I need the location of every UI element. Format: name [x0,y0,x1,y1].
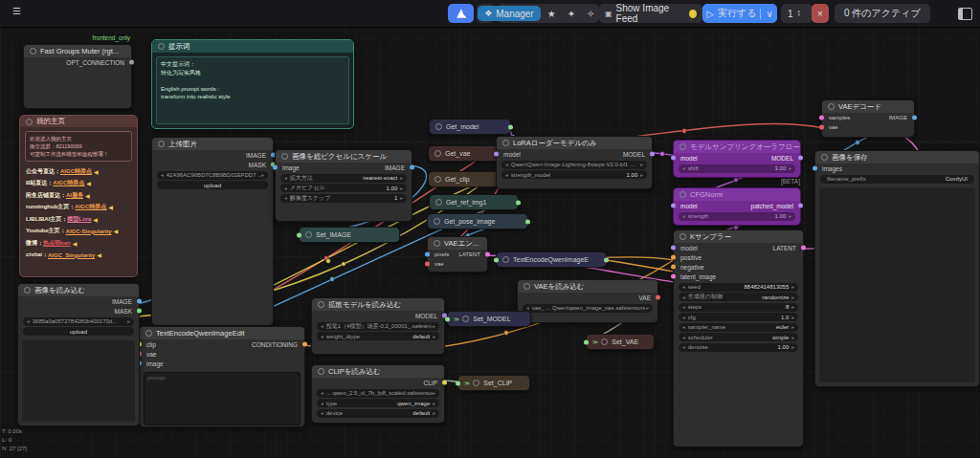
link-runninghub[interactable]: AIGC特异点 [75,203,106,211]
collapse-dot-icon[interactable] [502,256,509,263]
vae-file-combo[interactable]: ◂vae_ ... Qwen\qwen_image_vae.safetensor… [523,304,653,313]
input-dot[interactable] [297,232,301,237]
batch-count-input[interactable]: 1 ▲▼ [781,4,813,23]
input-dot[interactable] [584,339,589,344]
lora-file-combo[interactable]: ◂Qwen\Qwen-Image-Lightning-8steps-V2.0-b… [501,161,647,169]
prompt-note-text[interactable]: 中文提示词： 转化为写实风格 English prompt words : tr… [156,56,349,124]
node-load-clip[interactable]: CLIPを読み込む CLIP ◂... qwen_2.5_vl_7b_fp8_s… [311,364,445,424]
collapse-dot-icon[interactable] [145,330,152,337]
node-model-sampling-auraflow-bypassed[interactable]: モデルサンプリングオーラフロー model MODEL ◂shift3.00▸ [673,140,801,178]
widget-megapixels[interactable]: ◂メガピクセル1.00▸ [280,184,407,192]
sidebar-toggle-button[interactable] [955,4,974,23]
collapse-dot-icon[interactable] [434,218,440,225]
collapse-dot-icon[interactable] [828,103,835,110]
collapse-dot-icon[interactable] [26,119,33,125]
image-output-dot[interactable] [410,165,414,170]
node-cfgnorm-bypassed[interactable]: CFGNorm model patched_model ◂strength1.0… [673,187,801,226]
image-input-dot[interactable] [273,165,278,170]
collapse-dot-icon[interactable] [158,43,165,50]
link-bilibili[interactable]: AIGC特异点 [53,179,84,187]
node-upload-image[interactable]: 上传图片 IMAGE MASK ◂42A96AC96BD7C8B9BD01EFD… [151,137,274,326]
pixels-input-dot[interactable] [425,252,430,257]
collapse-dot-icon[interactable] [601,338,608,345]
collapse-dot-icon[interactable] [473,380,479,386]
active-jobs-badge[interactable]: 0 件のアクティブ [835,4,930,23]
collapse-dot-icon[interactable] [24,287,31,294]
widget-shift[interactable]: ◂shift3.00▸ [679,164,795,173]
diffusion-model-combo[interactable]: ◂投笔1（4模型）场景-0.2_00001_.safeten...▸ [317,322,439,331]
vae-input-dot[interactable] [425,262,430,267]
image-file-combo[interactable]: ◂3685a0a0572784280b400170d...▸ [23,317,134,326]
widget-upscale-method[interactable]: ◂拡大方法nearest-exact▸ [280,174,407,183]
node-set-image[interactable]: Set_IMAGE [299,227,400,243]
collapse-dot-icon[interactable] [821,154,828,161]
group-frontend-only-label[interactable]: frontend_only [21,34,130,41]
node-textencode-qwenimage-edit[interactable]: TextEncodeQwenImageEdit clip CONDITIONIN… [139,326,305,427]
widget-scheduler[interactable]: ◂schedulersimple▸ [679,333,798,341]
collapse-dot-icon[interactable] [318,368,324,375]
star-icon[interactable]: ★ [543,9,561,19]
collapse-dot-icon[interactable] [305,231,312,238]
link-youtube[interactable]: AIGC-Singularity [66,229,112,234]
collapse-dot-icon[interactable] [523,283,530,290]
link-weibo[interactable]: 热点明ban [43,239,71,248]
node-save-image[interactable]: 画像を保存 images filename_prefixComfyUI [814,150,980,387]
widget-filename-prefix[interactable]: filename_prefixComfyUI [820,175,974,184]
samples-input-dot[interactable] [819,116,824,120]
widget-type[interactable]: ◂typeqwen_image▸ [317,399,439,407]
upload-button[interactable]: upload [23,327,134,336]
output-dot[interactable] [525,219,530,224]
node-prompt-note[interactable]: 提示词 中文提示词： 转化为写实风格 English prompt words … [151,39,354,129]
collapse-dot-icon[interactable] [502,140,509,146]
model-output-dot[interactable] [650,152,655,157]
node-textencode-qwenimage-collapsed[interactable]: TextEncodeQwenImageE [496,251,607,268]
collapse-dot-icon[interactable] [462,316,469,322]
node-get-vae[interactable]: Get_vae [428,145,501,162]
node-set-model[interactable]: ≫Set_MODEL [447,311,531,327]
collapse-dot-icon[interactable] [679,143,686,150]
node-lora-loader-model-only[interactable]: LoRAローダーモデルのみ model MODEL ◂Qwen\Qwen-Ima… [496,136,653,189]
collapse-dot-icon[interactable] [158,141,165,147]
link-civitai[interactable]: AIGC_Singularity [48,252,95,258]
output-dot[interactable] [516,200,521,205]
clip-file-combo[interactable]: ◂... qwen_2.5_vl_7b_fp8_scaled.safetenso… [317,389,439,398]
widget-resolution-steps[interactable]: ◂解像度ステップ1▸ [280,194,407,203]
node-load-image[interactable]: 画像を読み込む IMAGE MASK ◂3685a0a0572784280b40… [17,283,140,426]
run-options-chevron-icon[interactable]: ∨ [760,9,772,19]
model-input-dot[interactable] [494,152,499,157]
node-load-vae[interactable]: VAEを読み込む VAE ◂vae_ ... Qwen\qwen_image_v… [517,279,658,323]
clip-output-dot[interactable] [442,381,447,385]
widget-steps[interactable]: ◂steps8▸ [679,303,798,312]
node-note-homepage[interactable]: 我的主页 欢迎进入我的主页 微交流群：821190069 可定制工作流和模型和远… [19,115,138,277]
widget-device[interactable]: ◂devicedefault▸ [317,409,439,418]
vae-output-dot[interactable] [656,295,660,300]
mask-output-dot[interactable] [137,309,142,314]
node-set-clip[interactable]: ≫Set_CLIP [457,375,530,391]
model-input-dot[interactable] [671,156,676,161]
model-input-dot[interactable] [671,204,676,208]
input-dot[interactable] [456,381,460,385]
latent-image-input-dot[interactable] [671,274,676,279]
collapse-dot-icon[interactable] [434,240,440,247]
collapse-dot-icon[interactable] [435,199,442,206]
show-image-feed-button[interactable]: ▣ Show Image Feed [599,4,702,23]
images-input-dot[interactable] [813,166,817,171]
node-vae-encode[interactable]: VAEエン... pixels LATENT vae [427,236,488,273]
image-output-dot[interactable] [912,116,917,120]
node-get-ref-img1[interactable]: Get_ref_img1 [429,194,519,210]
workflow-icon-1[interactable]: ✦ [563,9,580,19]
widget-control-after-generate[interactable]: ◂生成後の制御randomize▸ [679,293,798,301]
model-output-dot[interactable] [798,156,803,161]
image-output-dot[interactable] [137,299,142,304]
output-slot-dot[interactable] [129,60,134,65]
node-get-pose-image[interactable]: Get_pose_image [427,213,528,229]
collapse-dot-icon[interactable] [679,233,686,240]
link-liblib[interactable]: 模型Lora [67,215,91,224]
link-aigc[interactable]: AIGC特异点 [60,167,92,176]
collapse-dot-icon[interactable] [434,176,441,183]
widget-strength-model[interactable]: ◂strength_model1.00▸ [501,170,647,179]
link-xianyu[interactable]: AI服务 [66,191,83,200]
input-dot[interactable] [494,257,499,262]
manager-button[interactable]: ❖ Manager [478,6,541,21]
widget-denoise[interactable]: ◂denoise1.00▸ [679,343,798,352]
